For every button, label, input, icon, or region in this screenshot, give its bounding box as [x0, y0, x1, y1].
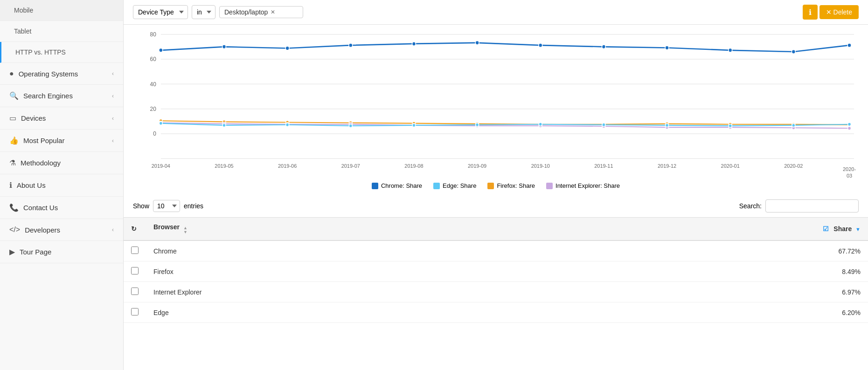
sidebar-item-about-us[interactable]: ℹ About Us	[0, 174, 123, 197]
svg-text:2019-05: 2019-05	[215, 163, 233, 168]
sidebar-item-operating-systems[interactable]: ● Operating Systems ‹	[0, 63, 123, 85]
browser-header[interactable]: Browser ▲▼	[146, 218, 540, 241]
sidebar-item-methodology[interactable]: ⚗ Methodology	[0, 152, 123, 174]
svg-point-61	[222, 123, 226, 127]
row-checkbox[interactable]	[131, 288, 139, 295]
sidebar-item-devices[interactable]: ▭ Devices ‹	[0, 107, 123, 130]
table-row: Chrome 67.72%	[124, 240, 868, 261]
flask-icon: ⚗	[9, 158, 16, 167]
phone-icon: 📞	[9, 203, 19, 212]
svg-point-65	[476, 123, 479, 126]
row-checkbox-cell[interactable]	[124, 261, 146, 282]
svg-point-30	[539, 43, 542, 48]
svg-text:2019-09: 2019-09	[468, 163, 486, 168]
info-icon: ℹ	[9, 181, 12, 190]
most-popular-label: Most Popular	[23, 137, 64, 144]
svg-point-28	[412, 42, 416, 46]
svg-text:2019-06: 2019-06	[278, 163, 297, 168]
svg-text:80: 80	[150, 31, 156, 38]
chevron-icon: ‹	[112, 226, 114, 233]
svg-text:03: 03	[847, 173, 852, 178]
sidebar-item-mobile[interactable]: Mobile	[0, 0, 123, 21]
sidebar-item-http-vs-https[interactable]: HTTP vs. HTTPS	[0, 42, 123, 63]
svg-point-64	[412, 123, 416, 127]
search-engines-label: Search Engines	[23, 92, 73, 100]
row-checkbox-cell[interactable]	[124, 282, 146, 302]
sidebar-item-tablet[interactable]: Tablet	[0, 21, 123, 42]
svg-point-62	[286, 123, 289, 126]
delete-button[interactable]: ✕ Delete	[819, 5, 859, 19]
legend-chrome: Chrome: Share	[372, 182, 422, 189]
line-chart: 80 60 40 20 0 2019-04 2019-05 2019-06 20…	[133, 29, 859, 178]
table-header-row: ↻ Browser ▲▼ ☑ Share ▼	[124, 218, 868, 241]
play-icon: ▶	[9, 247, 15, 256]
about-us-label: About Us	[17, 181, 46, 189]
http-label: HTTP vs. HTTPS	[15, 48, 66, 56]
tour-page-label: Tour Page	[20, 248, 51, 256]
share-dropdown-icon[interactable]: ▼	[855, 226, 861, 232]
operator-select[interactable]: in	[192, 5, 215, 19]
svg-text:2019-07: 2019-07	[341, 163, 360, 168]
device-type-select[interactable]: Device Type	[133, 5, 188, 19]
tag-close-button[interactable]: ✕	[271, 9, 275, 15]
browser-sort-arrows: ▲▼	[183, 226, 187, 234]
sidebar-item-most-popular[interactable]: 👍 Most Popular ‹	[0, 130, 123, 152]
svg-point-63	[349, 124, 352, 127]
svg-point-29	[475, 41, 479, 45]
share-header[interactable]: ☑ Share ▼	[540, 218, 868, 241]
svg-text:40: 40	[150, 81, 156, 87]
row-checkbox[interactable]	[131, 308, 139, 315]
row-checkbox-cell[interactable]	[124, 240, 146, 261]
svg-text:2019-10: 2019-10	[531, 163, 550, 168]
search-icon: 🔍	[9, 91, 19, 100]
legend-ie: Internet Explorer: Share	[546, 182, 620, 189]
svg-point-32	[665, 46, 669, 50]
row-checkbox[interactable]	[131, 267, 139, 274]
mobile-label: Mobile	[14, 7, 33, 14]
chevron-icon: ‹	[112, 70, 114, 77]
svg-point-24	[159, 48, 163, 53]
table-row: Firefox 8.49%	[124, 261, 868, 282]
chevron-icon: ‹	[112, 115, 114, 122]
svg-text:20: 20	[150, 106, 156, 112]
svg-point-66	[539, 123, 542, 126]
svg-text:2019-11: 2019-11	[594, 163, 613, 168]
info-button[interactable]: ℹ	[803, 5, 818, 20]
sidebar-item-developers[interactable]: </> Developers ‹	[0, 219, 123, 241]
share-check-icon: ☑	[823, 225, 829, 233]
tag-input: Desktop/laptop ✕	[219, 6, 303, 18]
search-input[interactable]	[765, 199, 859, 212]
chrome-legend-label: Chrome: Share	[381, 182, 422, 189]
entries-select[interactable]: 10 25 50 100	[153, 200, 180, 212]
svg-point-34	[792, 50, 795, 54]
svg-point-25	[222, 45, 226, 49]
edge-legend-color	[433, 183, 440, 189]
row-checkbox-cell[interactable]	[124, 302, 146, 323]
svg-point-71	[848, 123, 851, 126]
svg-point-26	[285, 46, 289, 50]
search-label: Search:	[739, 202, 762, 210]
row-checkbox[interactable]	[131, 247, 139, 254]
svg-text:2020-: 2020-	[843, 166, 856, 172]
sidebar-item-contact-us[interactable]: 📞 Contact Us	[0, 197, 123, 219]
chevron-icon: ‹	[112, 93, 114, 99]
sidebar-item-tour-page[interactable]: ▶ Tour Page	[0, 241, 123, 263]
table-controls: Show 10 25 50 100 entries Search:	[124, 195, 868, 217]
contact-us-label: Contact Us	[23, 204, 58, 212]
svg-text:2019-08: 2019-08	[404, 163, 423, 168]
browser-cell: Edge	[146, 302, 540, 323]
browser-cell: Firefox	[146, 261, 540, 282]
legend-firefox: Firefox: Share	[487, 182, 535, 189]
refresh-header[interactable]: ↻	[124, 218, 146, 241]
refresh-icon[interactable]: ↻	[131, 225, 137, 233]
svg-text:2020-01: 2020-01	[721, 163, 740, 168]
ie-legend-label: Internet Explorer: Share	[556, 182, 620, 189]
svg-point-35	[847, 43, 851, 48]
chart-legend: Chrome: Share Edge: Share Firefox: Share…	[133, 178, 859, 195]
sidebar-item-search-engines[interactable]: 🔍 Search Engines ‹	[0, 85, 123, 107]
share-cell: 8.49%	[540, 261, 868, 282]
svg-point-31	[602, 45, 605, 49]
device-icon: ▭	[9, 114, 16, 123]
operating-systems-label: Operating Systems	[19, 70, 78, 78]
share-cell: 67.72%	[540, 240, 868, 261]
